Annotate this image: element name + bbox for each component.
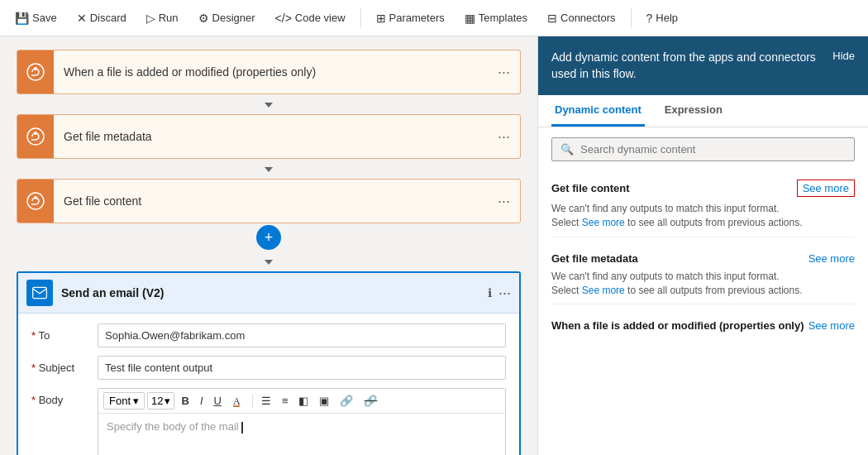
section-when-file-added: When a file is added or modified (proper… — [551, 311, 855, 337]
section-title-get-file-content: Get file content — [551, 182, 630, 194]
step2-title: Get file metadata — [54, 123, 488, 150]
align-center-button[interactable]: ▣ — [315, 393, 333, 409]
save-icon: 💾 — [15, 12, 29, 25]
to-label: * To — [31, 323, 98, 342]
tab-expression[interactable]: Expression — [661, 95, 726, 127]
connectors-button[interactable]: ⊟ Connectors — [539, 7, 623, 30]
sharepoint-icon3 — [26, 191, 45, 211]
step1-icon — [17, 50, 54, 93]
bold-button[interactable]: B — [177, 393, 193, 409]
codeview-icon: </> — [275, 12, 292, 25]
right-panel: Add dynamic content from the apps and co… — [537, 36, 868, 455]
email-step-body: * To * Subject * Body — [18, 314, 519, 455]
connectors-icon: ⊟ — [547, 12, 557, 25]
email-menu-button[interactable]: ··· — [498, 285, 511, 302]
subject-row: * Subject — [31, 356, 506, 380]
underline-button[interactable]: U — [210, 393, 226, 409]
add-step-container: + — [17, 225, 521, 250]
section-header-get-file-content: Get file content See more — [551, 171, 855, 202]
svg-point-4 — [27, 193, 44, 209]
hide-button[interactable]: Hide — [819, 50, 855, 62]
tab-dynamic-content[interactable]: Dynamic content — [551, 95, 645, 127]
add-step-button[interactable]: + — [256, 225, 281, 250]
search-input[interactable] — [580, 143, 846, 156]
svg-point-3 — [34, 132, 37, 135]
subject-label: * Subject — [31, 356, 98, 374]
discard-button[interactable]: ✕ Discard — [69, 7, 135, 30]
size-select[interactable]: 12 ▾ — [147, 392, 174, 410]
svg-point-1 — [34, 67, 37, 70]
see-more-get-file-content-button[interactable]: See more — [797, 180, 855, 197]
see-more-get-file-metadata-button[interactable]: See more — [808, 252, 855, 265]
step3-menu[interactable]: ··· — [488, 186, 520, 217]
designer-button[interactable]: ⚙ Designer — [190, 7, 264, 30]
parameters-button[interactable]: ⊞ Parameters — [368, 7, 453, 30]
arrow3 — [17, 251, 521, 271]
save-button[interactable]: 💾 Save — [7, 7, 65, 30]
color-button[interactable]: A — [228, 394, 248, 409]
svg-rect-6 — [33, 287, 47, 298]
body-content-area[interactable]: Specify the body of the mail — [98, 414, 505, 455]
to-input[interactable] — [98, 323, 506, 347]
see-more-inline-link-1[interactable]: See more — [582, 217, 625, 228]
search-box: 🔍 — [551, 137, 855, 161]
step3-title: Get file content — [54, 188, 488, 214]
body-editor: Font ▾ 12 ▾ B I U A — [98, 388, 506, 455]
outlook-icon — [31, 285, 48, 301]
step2-icon — [17, 115, 54, 158]
codeview-button[interactable]: </> Code view — [267, 7, 354, 30]
section-header-get-file-metadata: Get file metadata See more — [551, 244, 855, 270]
separator — [360, 8, 361, 28]
designer-icon: ⚙ — [198, 12, 209, 25]
sharepoint-icon — [26, 62, 45, 82]
email-info-button[interactable]: ℹ — [488, 286, 492, 299]
unlink-button[interactable]: 🔗 — [360, 393, 381, 409]
help-icon: ? — [646, 12, 653, 25]
main-layout: When a file is added or modified (proper… — [0, 36, 868, 455]
search-icon: 🔍 — [560, 143, 574, 156]
help-button[interactable]: ? Help — [638, 7, 687, 30]
templates-icon: ▦ — [465, 12, 475, 25]
step3-icon — [17, 180, 54, 223]
flow-canvas: When a file is added or modified (proper… — [0, 36, 537, 455]
text-color-icon: A — [232, 395, 244, 407]
body-row: * Body Font ▾ 12 ▾ B — [31, 388, 506, 455]
numbered-list-button[interactable]: ≡ — [278, 393, 293, 409]
flow-step-1[interactable]: When a file is added or modified (proper… — [17, 50, 521, 94]
templates-button[interactable]: ▦ Templates — [456, 7, 536, 30]
bullet-list-button[interactable]: ☰ — [257, 393, 275, 409]
email-step-title: Send an email (V2) — [61, 286, 488, 299]
section-desc-get-file-content: We can't find any outputs to match this … — [551, 202, 855, 230]
discard-icon: ✕ — [77, 12, 87, 25]
run-button[interactable]: ▷ Run — [138, 7, 187, 30]
panel-tabs: Dynamic content Expression — [538, 95, 868, 127]
parameters-icon: ⊞ — [376, 12, 386, 25]
section-get-file-content: Get file content See more We can't find … — [551, 171, 855, 230]
link-button[interactable]: 🔗 — [336, 393, 357, 409]
flow-step-2[interactable]: Get file metadata ··· — [17, 114, 521, 159]
italic-button[interactable]: I — [196, 393, 207, 409]
toolbar: 💾 Save ✕ Discard ▷ Run ⚙ Designer </> Co… — [0, 0, 868, 36]
size-dropdown-icon: ▾ — [165, 395, 170, 407]
step1-menu[interactable]: ··· — [488, 57, 520, 88]
toolbar-sep1 — [252, 395, 253, 408]
separator2 — [631, 8, 632, 28]
arrow1 — [17, 94, 521, 114]
font-select[interactable]: Font ▾ — [103, 392, 145, 410]
email-step-icon — [26, 280, 53, 306]
to-row: * To — [31, 323, 506, 347]
svg-text:A: A — [233, 395, 241, 407]
flow-step-3[interactable]: Get file content ··· — [17, 179, 521, 223]
svg-point-0 — [27, 64, 44, 80]
step1-title: When a file is added or modified (proper… — [54, 59, 488, 85]
step2-menu[interactable]: ··· — [488, 122, 520, 152]
panel-header: Add dynamic content from the apps and co… — [538, 36, 868, 95]
sharepoint-icon2 — [26, 127, 45, 146]
see-more-when-file-added-button[interactable]: See more — [808, 319, 855, 332]
subject-input[interactable] — [98, 356, 506, 380]
align-left-button[interactable]: ◧ — [294, 393, 312, 409]
panel-content: Get file content See more We can't find … — [538, 171, 868, 455]
divider2 — [551, 304, 855, 304]
see-more-inline-link-2[interactable]: See more — [582, 285, 625, 296]
section-title-get-file-metadata: Get file metadata — [551, 252, 638, 265]
